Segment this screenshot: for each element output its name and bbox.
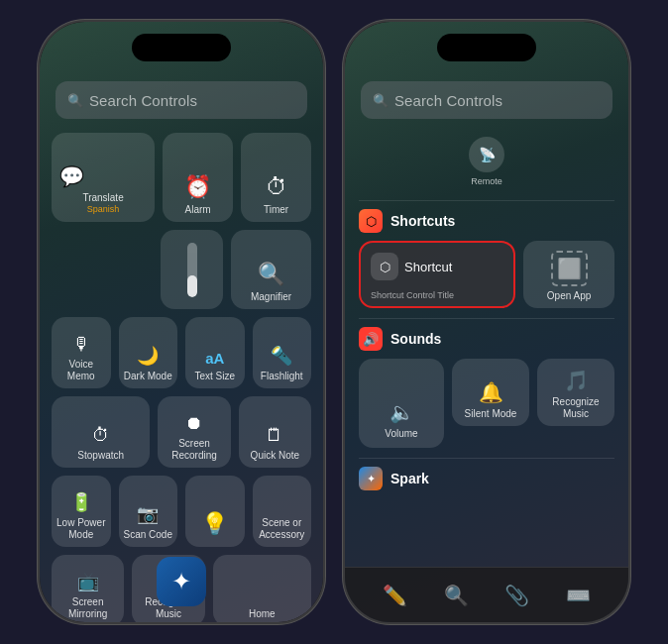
left-phone: 🔍 Search Controls 💬 Translate Spanish ⏰ … [38, 20, 325, 624]
bottom-nav-right: ✏️ 🔍 📎 ⌨️ [345, 567, 628, 622]
open-app-icon: ⬜ [551, 251, 588, 286]
shortcuts-icon-glyph: ⬡ [366, 214, 377, 229]
dark-mode-icon: 🌙 [137, 345, 159, 367]
search-placeholder-left: Search Controls [89, 92, 197, 109]
sounds-section-icon: 🔊 [359, 327, 383, 351]
magnifier-label: Magnifier [251, 291, 291, 303]
slider-tile[interactable] [161, 230, 223, 309]
screen-mirroring-tile[interactable]: 📺 Screen Mirroring [52, 555, 124, 622]
recognize-music-icon-right: 🎵 [564, 369, 589, 392]
nav-search[interactable]: 🔍 [438, 578, 474, 613]
search-bar-right[interactable]: 🔍 Search Controls [361, 81, 612, 119]
sounds-title: Sounds [390, 331, 441, 347]
search-icon-right: 🔍 [373, 93, 389, 108]
scene-tile[interactable]: Scene or Accessory [253, 476, 312, 547]
timer-tile[interactable]: ⏱ Timer [241, 133, 311, 222]
magnifier-tile[interactable]: 🔍 Magnifier [231, 230, 311, 309]
shortcuts-section: ⬡ Shortcuts ⬡ Shortcut Shortcut Control … [345, 205, 628, 314]
separator-3 [359, 458, 614, 459]
remote-item[interactable]: 📡 Remote [359, 137, 614, 190]
alarm-icon: ⏰ [184, 174, 211, 200]
scan-code-icon: 📷 [137, 503, 159, 525]
nav-attachment[interactable]: 📎 [500, 578, 535, 613]
home-tile[interactable]: Home [213, 555, 311, 622]
silent-mode-tile[interactable]: 🔔 Silent Mode [452, 359, 529, 426]
shortcut-top: ⬡ Shortcut [371, 253, 503, 280]
separator-2 [359, 318, 614, 319]
open-app-tile[interactable]: ⬜ Open App [523, 241, 614, 308]
quick-note-tile[interactable]: 🗒 Quick Note [239, 396, 311, 468]
sounds-items: 🔈 Volume 🔔 Silent Mode 🎵 Recognize Music [359, 359, 614, 448]
alarm-label: Alarm [185, 204, 211, 216]
shortcuts-header: ⬡ Shortcuts [359, 209, 614, 233]
translate-tile[interactable]: 💬 Translate Spanish [52, 133, 155, 222]
remote-label: Remote [471, 176, 502, 186]
search-bar-left[interactable]: 🔍 Search Controls [56, 81, 307, 119]
screen-recording-icon: ⏺ [185, 413, 203, 434]
right-screen: 🔍 Search Controls 📡 Remote ⬡ Shortcuts [345, 22, 628, 622]
voice-memo-label: Voice Memo [56, 359, 107, 382]
dark-mode-label: Dark Mode [124, 371, 172, 382]
translate-label: Translate [59, 192, 147, 204]
translate-icon: 💬 [59, 164, 147, 188]
alarm-tile[interactable]: ⏰ Alarm [163, 133, 233, 222]
scan-code-tile[interactable]: 📷 Scan Code [119, 476, 178, 547]
home-label: Home [249, 608, 276, 620]
stopwatch-tile[interactable]: ⏱ Stopwatch [52, 396, 150, 468]
right-phone: 🔍 Search Controls 📡 Remote ⬡ Shortcuts [343, 20, 630, 624]
search-icon-left: 🔍 [67, 93, 83, 108]
screen-recording-tile[interactable]: ⏺ Screen Recording [158, 396, 230, 468]
nav-edit[interactable]: ✏️ [378, 578, 413, 613]
text-size-icon: aA [205, 350, 224, 367]
volume-icon: 🔈 [390, 400, 414, 424]
spark-section-icon: ✦ [359, 467, 383, 490]
attachment-icon: 📎 [504, 584, 529, 607]
spark-dock-icon: ✦ [171, 568, 191, 595]
low-power-label: Low Power Mode [56, 517, 107, 541]
translate-sublabel: Spanish [59, 204, 147, 214]
voice-memo-icon: 🎙 [72, 334, 90, 355]
stopwatch-icon: ⏱ [92, 425, 110, 446]
text-size-tile[interactable]: aA Text Size [185, 317, 245, 388]
sounds-section: 🔊 Sounds 🔈 Volume 🔔 Silent Mode 🎵 [345, 323, 628, 454]
slider-bar [187, 243, 197, 297]
low-power-tile[interactable]: 🔋 Low Power Mode [52, 476, 111, 547]
low-power-icon: 🔋 [70, 491, 92, 513]
bottom-dock-left[interactable]: ✦ [157, 557, 206, 606]
shortcut-name: Shortcut [404, 260, 452, 274]
scene-label: Scene or Accessory [257, 517, 308, 541]
spark-icon-glyph: ✦ [367, 473, 376, 485]
remote-circle: 📡 [469, 137, 504, 172]
grid-row-4: ⏱ Stopwatch ⏺ Screen Recording 🗒 Quick N… [52, 396, 311, 468]
spark-title: Spark [390, 471, 429, 486]
dynamic-island-right [437, 34, 536, 61]
shortcuts-section-icon: ⬡ [359, 209, 383, 233]
dark-mode-tile[interactable]: 🌙 Dark Mode [119, 317, 178, 388]
stopwatch-label: Stopwatch [77, 450, 124, 462]
voice-memo-tile[interactable]: 🎙 Voice Memo [52, 317, 111, 388]
keyboard-icon: ⌨️ [566, 584, 591, 607]
shortcuts-title: Shortcuts [390, 213, 455, 229]
dynamic-island-left [132, 34, 231, 61]
controls-grid: 💬 Translate Spanish ⏰ Alarm ⏱ Timer [40, 133, 323, 622]
sounds-icon-glyph: 🔊 [363, 332, 379, 347]
remote-section: 📡 Remote [345, 133, 628, 196]
grid-row-1: 💬 Translate Spanish ⏰ Alarm ⏱ Timer [52, 133, 311, 222]
screen-mirroring-label: Screen Mirroring [56, 596, 120, 620]
shortcuts-items: ⬡ Shortcut Shortcut Control Title ⬜ Open… [359, 241, 614, 308]
volume-tile[interactable]: 🔈 Volume [359, 359, 444, 448]
shortcut-desc: Shortcut Control Title [371, 290, 503, 300]
shortcut-tile[interactable]: ⬡ Shortcut Shortcut Control Title [359, 241, 515, 308]
magnifier-icon: 🔍 [258, 262, 284, 287]
recognize-music-tile-right[interactable]: 🎵 Recognize Music [537, 359, 614, 426]
flashlight-icon: 🔦 [271, 345, 292, 367]
grid-row-2: 🔍 Magnifier [52, 230, 311, 309]
text-size-label: Text Size [194, 371, 235, 382]
screen-mirroring-icon: 📺 [77, 571, 99, 592]
nav-keyboard[interactable]: ⌨️ [560, 578, 596, 613]
bulb-tile[interactable]: 💡 [185, 476, 245, 547]
grid-row-5: 🔋 Low Power Mode 📷 Scan Code 💡 Scene or … [52, 476, 311, 547]
spark-header: ✦ Spark [359, 467, 614, 490]
volume-label: Volume [385, 428, 417, 440]
flashlight-tile[interactable]: 🔦 Flashlight [253, 317, 312, 388]
